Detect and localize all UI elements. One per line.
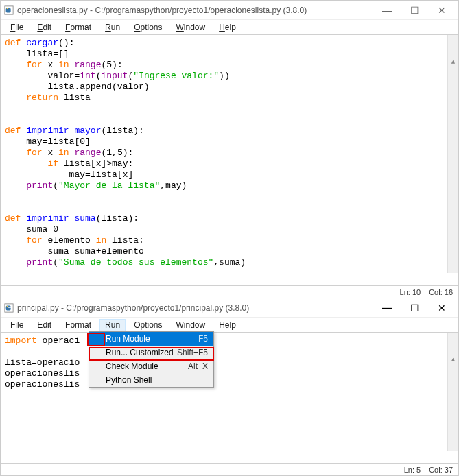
menu-options[interactable]: Options	[128, 319, 167, 331]
maximize-button[interactable]: ☐	[401, 300, 428, 316]
menu-item-python-shell[interactable]: Python Shell	[89, 373, 213, 387]
menu-format[interactable]: Format	[60, 319, 97, 331]
idle-window-operacioneslista: operacioneslista.py - C:/programaspython…	[0, 0, 459, 298]
code-line: for x in range(1,5):	[5, 147, 454, 158]
code-line: suma=suma+elemento	[5, 246, 454, 257]
menu-run[interactable]: Run	[99, 319, 126, 331]
menu-item-label: Run... Customized	[106, 348, 177, 357]
menu-edit[interactable]: Edit	[32, 21, 57, 34]
menu-window[interactable]: Window	[171, 319, 211, 331]
code-line	[5, 115, 454, 126]
menu-item-check-module[interactable]: Check ModuleAlt+X	[89, 359, 213, 373]
statusbar: Ln: 10 Col: 16	[1, 285, 458, 298]
scroll-up-button[interactable]: ▲	[448, 355, 458, 366]
code-editor[interactable]: def cargar(): lista=[] for x in range(5)…	[1, 35, 458, 285]
status-col: Col: 16	[429, 288, 453, 296]
run-menu-dropdown: Run ModuleF5Run... CustomizedShift+F5Che…	[89, 331, 214, 388]
maximize-button[interactable]: ☐	[401, 2, 428, 19]
code-line: return lista	[5, 93, 454, 104]
menubar: FileEditFormatRunOptionsWindowHelp	[1, 20, 458, 35]
close-button[interactable]: ✕	[428, 2, 456, 19]
code-line: print("Mayor de la lista",may)	[5, 180, 454, 191]
window-title: principal.py - C:/programaspython/proyec…	[17, 303, 373, 313]
menu-edit[interactable]: Edit	[32, 319, 57, 331]
code-line: operacioneslis	[5, 379, 454, 390]
code-line	[5, 346, 454, 357]
code-line: for x in range(5):	[5, 60, 454, 71]
menu-item-accelerator: F5	[198, 334, 208, 344]
window-title: operacioneslista.py - C:/programaspython…	[17, 5, 373, 15]
minimize-button[interactable]: —	[373, 300, 401, 316]
titlebar[interactable]: operacioneslista.py - C:/programaspython…	[1, 1, 458, 20]
code-line: print("Suma de todos sus elementos",suma…	[5, 257, 454, 268]
code-line: lista.append(valor)	[5, 82, 454, 93]
menu-item-accelerator: Shift+F5	[177, 348, 208, 357]
menubar: FileEditFormatRunOptionsWindowHelpRun Mo…	[1, 318, 458, 333]
menu-run[interactable]: Run	[99, 21, 126, 34]
menu-item-label: Check Module	[106, 361, 188, 371]
code-line: if lista[x]>may:	[5, 158, 454, 169]
svg-point-1	[7, 8, 8, 8]
code-line: def imprimir_suma(lista):	[5, 213, 454, 224]
code-line: may=lista[x]	[5, 169, 454, 180]
menu-format[interactable]: Format	[60, 21, 97, 34]
menu-file[interactable]: File	[5, 319, 29, 331]
menu-options[interactable]: Options	[128, 21, 167, 34]
code-line: lista=operacio	[5, 357, 454, 368]
scroll-up-button[interactable]: ▲	[448, 57, 458, 68]
python-file-icon	[3, 302, 14, 313]
code-line: import operaci	[5, 335, 454, 346]
minimize-button[interactable]: —	[373, 2, 401, 19]
code-line: operacioneslis	[5, 368, 454, 379]
status-line: Ln: 10	[400, 288, 421, 296]
svg-point-3	[7, 305, 8, 306]
code-line: valor=int(input("Ingrese valor:"))	[5, 71, 454, 82]
code-line: for elemento in lista:	[5, 235, 454, 246]
menu-item-label: Python Shell	[106, 375, 208, 385]
status-col: Col: 37	[429, 466, 453, 474]
code-line	[5, 191, 454, 202]
vertical-scrollbar[interactable]: ▲	[447, 333, 458, 451]
statusbar: Ln: 5 Col: 37	[1, 463, 458, 475]
code-line: def cargar():	[5, 38, 454, 49]
code-line: may=lista[0]	[5, 136, 454, 147]
code-line: suma=0	[5, 224, 454, 235]
code-editor[interactable]: import operaci lista=operaciooperaciones…	[1, 333, 458, 463]
python-file-icon	[3, 5, 14, 16]
window-controls: — ☐ ✕	[373, 300, 456, 316]
code-line: def imprimir_mayor(lista):	[5, 126, 454, 136]
menu-item-run-module[interactable]: Run ModuleF5	[89, 332, 213, 346]
close-button[interactable]: ✕	[428, 300, 456, 316]
menu-item-accelerator: Alt+X	[188, 361, 208, 371]
code-line: lista=[]	[5, 49, 454, 60]
status-line: Ln: 5	[404, 466, 421, 474]
menu-file[interactable]: File	[5, 21, 29, 34]
titlebar[interactable]: principal.py - C:/programaspython/proyec…	[1, 298, 458, 318]
menu-window[interactable]: Window	[171, 21, 211, 34]
menu-item-run-customized[interactable]: Run... CustomizedShift+F5	[89, 346, 213, 359]
menu-help[interactable]: Help	[213, 21, 242, 34]
menu-item-label: Run Module	[106, 334, 198, 344]
code-line	[5, 202, 454, 213]
idle-window-principal: principal.py - C:/programaspython/proyec…	[0, 298, 459, 476]
window-controls: — ☐ ✕	[373, 2, 456, 19]
menu-help[interactable]: Help	[213, 319, 242, 331]
code-line	[5, 104, 454, 115]
vertical-scrollbar[interactable]: ▲	[447, 35, 458, 273]
